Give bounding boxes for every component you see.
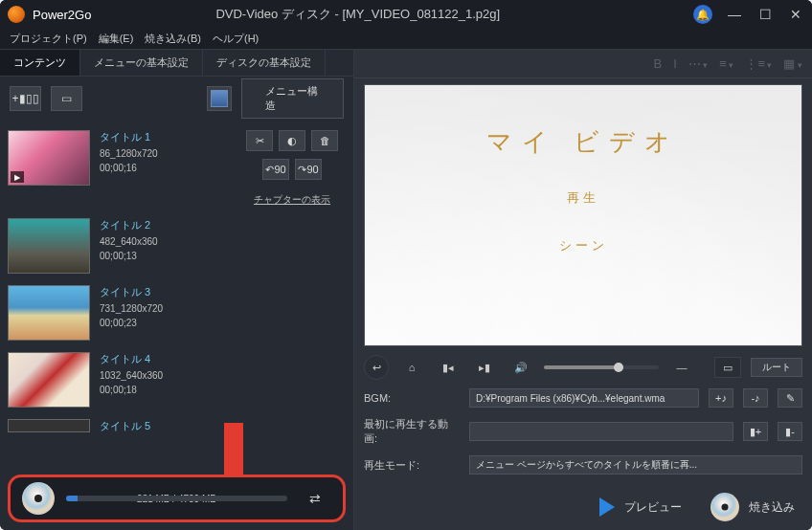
list-item[interactable]: タイトル 5 (8, 415, 346, 432)
blank-button[interactable]: ▭ (51, 86, 82, 111)
close-button[interactable]: ✕ (787, 7, 804, 22)
app-logo-icon (8, 6, 25, 23)
volume-icon[interactable]: 🔊 (508, 357, 534, 378)
mask-button[interactable]: — (668, 357, 695, 378)
settings-area: BGM: D:¥Program Files (x86)¥Cyb...¥elega… (364, 388, 802, 475)
thumbnail[interactable] (8, 218, 90, 274)
font-dropdown[interactable]: ⋯ (688, 56, 709, 71)
chapter-link[interactable]: チャプターの表示 (254, 193, 330, 207)
burn-disc-icon (710, 493, 739, 521)
list-dropdown[interactable]: ⋮≡ (745, 56, 772, 71)
title-list: ▶ タイトル 1 86_1280x720 00;00;16 ✂ ◐ 🗑 (0, 121, 353, 530)
bgm-remove-button[interactable]: -♪ (743, 388, 768, 408)
burn-button[interactable]: 焼き込み (710, 493, 795, 521)
cut-button[interactable]: ✂ (246, 130, 273, 151)
thumbnail[interactable] (8, 419, 90, 432)
title-resolution: 731_1280x720 (100, 303, 163, 314)
menu-bar: プロジェクト(P) 編集(E) 焼き込み(B) ヘルプ(H) (0, 29, 812, 50)
preview-play-link[interactable]: 再生 (567, 189, 599, 207)
preview-title[interactable]: マイ ビデオ (486, 125, 680, 159)
volume-slider[interactable] (544, 365, 659, 369)
prev-button[interactable]: ▮◂ (435, 357, 462, 378)
thumbnail[interactable]: ▶ (8, 130, 90, 186)
align-dropdown[interactable]: ≡ (719, 56, 733, 71)
menu-project[interactable]: プロジェクト(P) (10, 32, 87, 46)
menu-edit[interactable]: 編集(E) (99, 32, 134, 46)
player-controls: ↩ ⌂ ▮◂ ▸▮ 🔊 — ▭ ルート (364, 352, 802, 383)
app-name: Power2Go (33, 8, 91, 22)
title-duration: 00;00;13 (100, 251, 158, 261)
left-tabs: コンテンツ メニューの基本設定 ディスクの基本設定 (0, 50, 353, 77)
left-panel: コンテンツ メニューの基本設定 ディスクの基本設定 +▮▯▯ ▭ メニュー構造 … (0, 50, 354, 530)
tab-content[interactable]: コンテンツ (0, 50, 80, 76)
title-resolution: 1032_640x360 (100, 370, 163, 381)
title-bar: Power2Go DVD-Video ディスク - [MY_VIDEO_0811… (0, 0, 812, 29)
bold-button[interactable]: B (653, 56, 662, 71)
bgm-field[interactable]: D:¥Program Files (x86)¥Cyb...¥elegant.wm… (469, 388, 699, 408)
title-name[interactable]: タイトル 1 (100, 130, 158, 144)
preview-label: プレビュー (624, 499, 682, 516)
right-panel: B I ⋯ ≡ ⋮≡ ▦ マイ ビデオ 再生 シーン ↩ ⌂ ▮◂ ▸▮ 🔊 — (354, 50, 812, 530)
fullscreen-button[interactable]: ▭ (714, 357, 741, 378)
thumbnail-style-button[interactable] (207, 86, 232, 111)
footer: プレビュー 焼き込み (354, 484, 812, 530)
title-duration: 00;00;18 (100, 385, 163, 395)
delete-button[interactable]: 🗑 (311, 130, 338, 151)
preview-button[interactable]: プレビュー (599, 497, 682, 517)
item-actions: ✂ ◐ 🗑 ↶90 ↷90 チャプターの表示 (246, 130, 346, 207)
grid-dropdown[interactable]: ▦ (783, 56, 802, 71)
menu-burn[interactable]: 焼き込み(B) (145, 32, 201, 46)
disc-icon (22, 482, 55, 515)
next-button[interactable]: ▸▮ (471, 357, 498, 378)
main-area: コンテンツ メニューの基本設定 ディスクの基本設定 +▮▯▯ ▭ メニュー構造 … (0, 50, 812, 530)
play-icon (599, 497, 615, 517)
menu-preview[interactable]: マイ ビデオ 再生 シーン (364, 84, 802, 346)
title-name[interactable]: タイトル 2 (100, 218, 158, 232)
swap-disc-button[interactable]: ⇄ (299, 487, 331, 510)
title-name[interactable]: タイトル 5 (100, 419, 150, 432)
maximize-button[interactable]: ☐ (756, 7, 774, 22)
contrast-button[interactable]: ◐ (279, 130, 305, 151)
bgm-edit-button[interactable]: ✎ (778, 388, 802, 408)
title-duration: 00;00;16 (100, 163, 158, 173)
playmode-field[interactable]: メニュー ページからすべてのタイトルを順番に再... (469, 455, 802, 475)
rotate-ccw-button[interactable]: ↶90 (262, 159, 289, 180)
playmode-label: 再生モード: (364, 458, 460, 473)
title-name[interactable]: タイトル 3 (100, 285, 163, 299)
window-title: DVD-Video ディスク - [MY_VIDEO_081122_1.p2g] (215, 6, 500, 23)
minimize-button[interactable]: — (726, 7, 743, 22)
title-name[interactable]: タイトル 4 (100, 352, 163, 366)
playmode-row: 再生モード: メニュー ページからすべてのタイトルを順番に再... (364, 455, 802, 475)
list-item[interactable]: タイトル 3 731_1280x720 00;00;23 (8, 281, 346, 344)
back-button[interactable]: ↩ (364, 355, 389, 380)
firstplay-row: 最初に再生する動画: ▮+ ▮- (364, 417, 802, 446)
home-button[interactable]: ⌂ (398, 357, 425, 378)
root-button[interactable]: ルート (751, 358, 802, 377)
firstplay-label: 最初に再生する動画: (364, 417, 460, 446)
thumbnail[interactable] (8, 352, 90, 408)
notification-icon[interactable]: 🔔 (693, 5, 712, 24)
add-title-button[interactable]: +▮▯▯ (10, 86, 41, 111)
list-item[interactable]: ▶ タイトル 1 86_1280x720 00;00;16 ✂ ◐ 🗑 (8, 126, 346, 210)
list-item[interactable]: タイトル 4 1032_640x360 00;00;18 (8, 348, 346, 411)
firstplay-field[interactable] (469, 422, 733, 441)
thumbnail[interactable] (8, 285, 90, 341)
title-resolution: 86_1280x720 (100, 148, 158, 159)
firstplay-add-button[interactable]: ▮+ (743, 422, 768, 441)
rotate-cw-button[interactable]: ↷90 (295, 159, 322, 180)
title-resolution: 482_640x360 (100, 236, 158, 247)
disc-progress[interactable]: 221 MB / 4700 MB (66, 496, 287, 501)
menu-help[interactable]: ヘルプ(H) (213, 32, 259, 46)
tab-menu-basic[interactable]: メニューの基本設定 (80, 50, 203, 76)
tab-disc-basic[interactable]: ディスクの基本設定 (203, 50, 326, 76)
preview-scene-link[interactable]: シーン (559, 237, 608, 254)
list-item[interactable]: タイトル 2 482_640x360 00;00;13 (8, 214, 346, 277)
disc-capacity-area: 221 MB / 4700 MB ⇄ (8, 475, 346, 522)
bgm-add-button[interactable]: +♪ (709, 388, 733, 408)
menu-structure-button[interactable]: メニュー構造 (241, 78, 344, 119)
left-toolbar: +▮▯▯ ▭ メニュー構造 (0, 77, 353, 121)
italic-button[interactable]: I (673, 56, 677, 71)
play-overlay-icon[interactable]: ▶ (11, 171, 24, 183)
format-toolbar: B I ⋯ ≡ ⋮≡ ▦ (354, 50, 812, 78)
firstplay-remove-button[interactable]: ▮- (778, 422, 802, 441)
